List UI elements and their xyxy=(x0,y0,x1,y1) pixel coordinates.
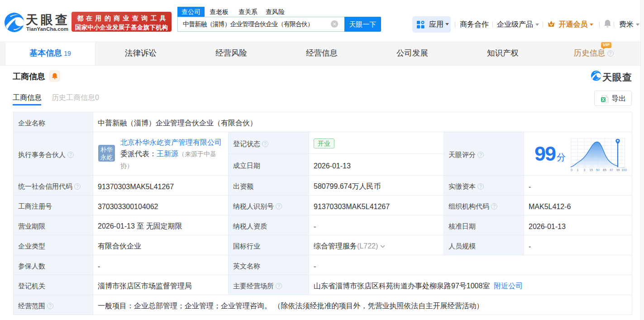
svg-text:50: 50 xyxy=(596,168,600,172)
svg-text:99: 99 xyxy=(616,168,620,172)
svg-text:3: 3 xyxy=(583,168,585,172)
svg-text:100: 100 xyxy=(621,168,627,172)
svg-text:97: 97 xyxy=(610,168,613,172)
svg-text:85: 85 xyxy=(603,168,606,172)
svg-text:15: 15 xyxy=(589,168,593,172)
svg-text:1: 1 xyxy=(577,168,578,172)
svg-text:0: 0 xyxy=(571,168,572,172)
